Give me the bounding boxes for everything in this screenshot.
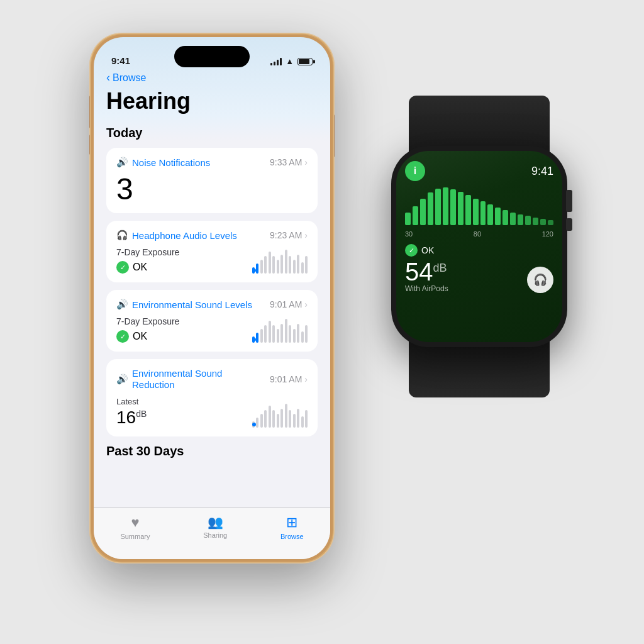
db-info: Latest 16dB	[116, 397, 147, 428]
bar2	[274, 62, 275, 65]
grid-icon: ⊞	[286, 514, 297, 531]
card-title: 🔊 Noise Notifications	[116, 157, 210, 168]
tab-summary[interactable]: ♥ Summary	[120, 514, 150, 540]
chevron-right-icon: ›	[304, 157, 308, 167]
exposure-label: 7-Day Exposure	[116, 316, 179, 326]
battery-fill	[299, 59, 309, 64]
scale-120: 120	[542, 230, 553, 238]
time-text: 9:23 AM	[270, 230, 302, 240]
ok-text: OK	[133, 262, 147, 273]
iphone-screen: 9:41 ▲	[94, 37, 330, 559]
card-header: 🔊 Environmental Sound Levels 9:01 AM ›	[116, 299, 308, 310]
watch-time: 9:41	[531, 165, 553, 178]
heart-icon: ♥	[131, 514, 139, 531]
scale-80: 80	[474, 230, 481, 238]
info-icon: i	[414, 165, 416, 177]
ok-icon: ✓	[116, 261, 129, 274]
time-text: 9:01 AM	[270, 374, 302, 384]
watch-top-row: i 9:41	[405, 161, 553, 181]
card-title: 🎧 Headphone Audio Levels	[116, 230, 237, 241]
card-row: 7-Day Exposure ✓ OK	[116, 316, 308, 343]
time-text: 9:01 AM	[270, 299, 302, 309]
card-row: 7-Day Exposure ✓ OK	[116, 247, 308, 274]
scene: 9:41 ▲	[39, 20, 605, 624]
status-time: 9:41	[111, 55, 130, 66]
dynamic-island	[174, 46, 250, 67]
card-title-text: Environmental Sound Levels	[132, 299, 252, 310]
past-section: Past 30 Days	[106, 444, 318, 458]
card-row: Latest 16dB	[116, 397, 308, 428]
iphone-device: 9:41 ▲	[89, 33, 335, 564]
back-button[interactable]: ‹ Browse	[106, 71, 318, 84]
sound-bars-viz	[252, 318, 308, 343]
wifi-icon: ▲	[286, 57, 294, 66]
db-value: 16dB	[116, 408, 147, 428]
watch-info-button[interactable]: i	[405, 161, 425, 181]
ear-icon: 🔊	[116, 374, 128, 385]
tab-browse-label: Browse	[280, 533, 304, 540]
bar1	[270, 63, 272, 65]
tab-sharing[interactable]: 👥 Sharing	[203, 514, 227, 539]
page-title: Hearing	[106, 88, 318, 114]
watch-band-bottom	[409, 341, 550, 397]
exposure-label: 7-Day Exposure	[116, 247, 179, 257]
apple-watch: i 9:41 30 80 120 ✓ OK	[391, 146, 567, 347]
iphone-inner: 9:41 ▲	[91, 35, 333, 562]
environmental-sound-card[interactable]: 🔊 Environmental Sound Levels 9:01 AM › 7…	[106, 290, 318, 352]
watch-band-top	[409, 96, 550, 152]
sound-reduction-card[interactable]: 🔊 Environmental Sound Reduction 9:01 AM …	[106, 359, 318, 436]
back-label: Browse	[113, 72, 146, 84]
section-past: Past 30 Days	[106, 444, 318, 458]
noise-notifications-card[interactable]: 🔊 Noise Notifications 9:33 AM › 3	[106, 148, 318, 213]
watch-with-label: With AirPods	[405, 284, 448, 293]
back-chevron-icon: ‹	[106, 71, 110, 84]
time-text: 9:33 AM	[270, 157, 302, 167]
ok-badge: ✓ OK	[116, 261, 179, 274]
watch-db-info: 54dB With AirPods	[405, 259, 448, 293]
airpods-icon: 🎧	[533, 273, 547, 287]
ok-icon: ✓	[116, 330, 129, 343]
watch-side-button	[566, 218, 572, 231]
card-time: 9:33 AM ›	[270, 157, 308, 167]
chevron-right-icon: ›	[304, 230, 308, 240]
headphone-audio-card[interactable]: 🎧 Headphone Audio Levels 9:23 AM › 7-Day…	[106, 221, 318, 282]
exposure-info: 7-Day Exposure ✓ OK	[116, 316, 179, 343]
noise-count: 3	[116, 174, 308, 204]
signal-bars-icon	[270, 58, 282, 65]
watch-scale: 30 80 120	[405, 230, 553, 238]
card-title-text: Noise Notifications	[132, 157, 210, 168]
scale-30: 30	[405, 230, 413, 238]
card-time: 9:23 AM ›	[270, 230, 308, 240]
ear-icon: 🎧	[116, 230, 128, 241]
section-today: Today	[106, 126, 318, 140]
card-title-text: Environmental Sound Reduction	[132, 368, 245, 391]
watch-body: i 9:41 30 80 120 ✓ OK	[391, 146, 567, 347]
tab-browse[interactable]: ⊞ Browse	[280, 514, 304, 540]
watch-crown	[566, 190, 572, 212]
db-unit: dB	[136, 409, 147, 419]
card-title: 🔊 Environmental Sound Levels	[116, 299, 252, 310]
watch-ok-row: ✓ OK	[405, 244, 553, 257]
status-icons: ▲	[270, 57, 313, 66]
scroll-content: ‹ Browse Hearing Today 🔊 Noise Notificat…	[94, 71, 330, 508]
watch-airpods-button[interactable]: 🎧	[527, 267, 553, 293]
chevron-right-icon: ›	[304, 374, 308, 384]
exposure-info: 7-Day Exposure ✓ OK	[116, 247, 179, 274]
bar3	[277, 60, 279, 65]
card-time: 9:01 AM ›	[270, 299, 308, 309]
ear-icon: 🔊	[116, 157, 128, 168]
card-title: 🔊 Environmental Sound Reduction	[116, 368, 245, 391]
bar4	[280, 58, 282, 65]
watch-ok-icon: ✓	[405, 244, 418, 257]
watch-screen: i 9:41 30 80 120 ✓ OK	[396, 151, 562, 342]
tab-summary-label: Summary	[120, 533, 150, 540]
power-button	[334, 114, 335, 157]
people-icon: 👥	[208, 514, 223, 530]
card-title-text: Headphone Audio Levels	[132, 230, 237, 241]
ok-text: OK	[133, 331, 147, 342]
volume-down-button	[89, 135, 90, 155]
tab-sharing-label: Sharing	[203, 531, 227, 539]
battery-icon	[297, 58, 313, 65]
watch-sound-bars	[405, 187, 553, 225]
card-header: 🎧 Headphone Audio Levels 9:23 AM ›	[116, 230, 308, 241]
